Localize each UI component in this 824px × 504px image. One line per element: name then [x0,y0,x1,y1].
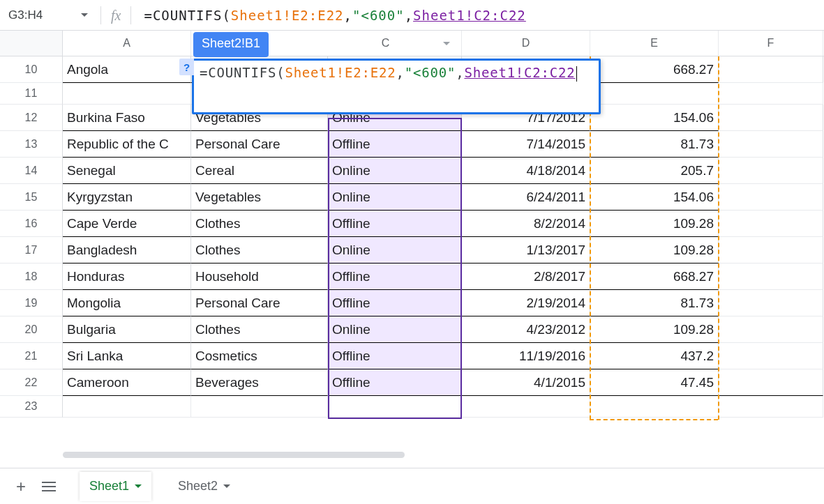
cell-b[interactable]: Clothes [191,316,328,343]
cell-f[interactable] [719,56,823,83]
cell-a[interactable]: Kyrgyzstan [63,184,191,211]
row-header[interactable]: 10 [0,56,63,83]
cell-e[interactable]: 668.27 [590,56,719,83]
cell-f[interactable] [719,83,823,105]
cell-f[interactable] [719,290,823,316]
cell-f[interactable] [719,131,823,158]
cell-e[interactable]: 81.73 [590,290,719,316]
cell-e[interactable] [590,83,719,105]
cell-d[interactable] [462,396,590,418]
select-all-corner[interactable] [0,31,63,56]
cell-b[interactable]: Beverages [191,369,328,396]
col-header-c[interactable]: C [328,31,462,56]
scroll-thumb[interactable] [63,452,405,458]
cell-a[interactable] [63,83,191,105]
cell-d[interactable]: 4/18/2014 [462,158,590,184]
cell-b[interactable]: Clothes [191,211,328,237]
cell-b[interactable]: Clothes [191,237,328,264]
cell-e[interactable]: 154.06 [590,184,719,211]
cell-e[interactable]: 437.2 [590,343,719,369]
col-header-a[interactable]: A [63,31,191,56]
cell-f[interactable] [719,105,823,131]
cell-editor[interactable]: ? =COUNTIFS(Sheet1!E2:E22,"<600",Sheet1!… [192,59,601,114]
cell-a[interactable]: Cameroon [63,369,191,396]
chevron-down-icon[interactable] [135,484,142,488]
cell-b[interactable]: Personal Care [191,131,328,158]
cell-f[interactable] [719,316,823,343]
cell-e[interactable]: 109.28 [590,211,719,237]
cell-d[interactable]: 4/1/2015 [462,369,590,396]
chevron-down-icon[interactable] [443,42,450,45]
col-header-e[interactable]: E [590,31,719,56]
row-header[interactable]: 20 [0,316,63,343]
cell-f[interactable] [719,396,823,418]
row-header[interactable]: 13 [0,131,63,158]
row-header[interactable]: 21 [0,343,63,369]
cell-d[interactable]: 6/24/2011 [462,184,590,211]
cell-f[interactable] [719,369,823,396]
cell-a[interactable]: Senegal [63,158,191,184]
cell-a[interactable]: Burkina Faso [63,105,191,131]
cell-a[interactable]: Bulgaria [63,316,191,343]
cell-b[interactable]: Personal Care [191,290,328,316]
row-header[interactable]: 14 [0,158,63,184]
cell-f[interactable] [719,237,823,264]
cell-a[interactable]: Honduras [63,264,191,290]
cell-f[interactable] [719,264,823,290]
cell-b[interactable]: Vegetables [191,184,328,211]
row-header[interactable]: 22 [0,369,63,396]
cell-d[interactable]: 2/8/2017 [462,264,590,290]
cell-b[interactable] [191,396,328,418]
horizontal-scrollbar[interactable] [63,449,824,459]
cell-e[interactable]: 109.28 [590,316,719,343]
sheet-tab-sheet2[interactable]: Sheet2 [168,472,240,501]
cell-a[interactable]: Sri Lanka [63,343,191,369]
cell-d[interactable]: 11/19/2016 [462,343,590,369]
row-header[interactable]: 11 [0,83,63,105]
cell-a[interactable]: Bangladesh [63,237,191,264]
cell-a[interactable] [63,396,191,418]
cell-f[interactable] [719,184,823,211]
cell-a[interactable]: Angola [63,56,191,83]
sheet-tab-sheet1[interactable]: Sheet1 [80,472,151,501]
cell-d[interactable]: 8/2/2014 [462,211,590,237]
row-header[interactable]: 16 [0,211,63,237]
fx-icon: fx [111,8,121,22]
row-header[interactable]: 19 [0,290,63,316]
cell-d[interactable]: 7/14/2015 [462,131,590,158]
add-sheet-button[interactable]: + [7,473,35,501]
name-box[interactable]: G3:H4 [6,4,91,26]
formula-token-string: "<600" [352,8,405,23]
row-header[interactable]: 17 [0,237,63,264]
cell-d[interactable]: 1/13/2017 [462,237,590,264]
cell-d[interactable]: 4/23/2012 [462,316,590,343]
cell-e[interactable]: 81.73 [590,131,719,158]
cell-b[interactable]: Household [191,264,328,290]
cell-e[interactable]: 205.7 [590,158,719,184]
cell-e[interactable]: 47.45 [590,369,719,396]
cell-a[interactable]: Republic of the C [63,131,191,158]
cell-editor-text[interactable]: =COUNTIFS(Sheet1!E2:E22,"<600",Sheet1!C2… [194,61,599,86]
cell-e[interactable]: 668.27 [590,264,719,290]
cell-e[interactable]: 154.06 [590,105,719,131]
cell-a[interactable]: Cape Verde [63,211,191,237]
row-header[interactable]: 18 [0,264,63,290]
chevron-down-icon[interactable] [223,484,230,488]
cell-f[interactable] [719,158,823,184]
cell-f[interactable] [719,343,823,369]
cell-e[interactable] [590,396,719,418]
cell-b[interactable]: Cereal [191,158,328,184]
row-header[interactable]: 23 [0,396,63,418]
row-header[interactable]: 15 [0,184,63,211]
row-header[interactable]: 12 [0,105,63,131]
col-header-f[interactable]: F [719,31,823,56]
cell-a[interactable]: Mongolia [63,290,191,316]
col-header-d[interactable]: D [462,31,590,56]
cell-b[interactable]: Cosmetics [191,343,328,369]
cell-f[interactable] [719,211,823,237]
all-sheets-menu-button[interactable] [35,473,63,501]
formula-input[interactable]: =COUNTIFS(Sheet1!E2:E22,"<600",Sheet1!C2… [144,8,525,23]
cell-d[interactable]: 2/19/2014 [462,290,590,316]
cell-e[interactable]: 109.28 [590,237,719,264]
formula-help-icon[interactable]: ? [179,59,194,75]
